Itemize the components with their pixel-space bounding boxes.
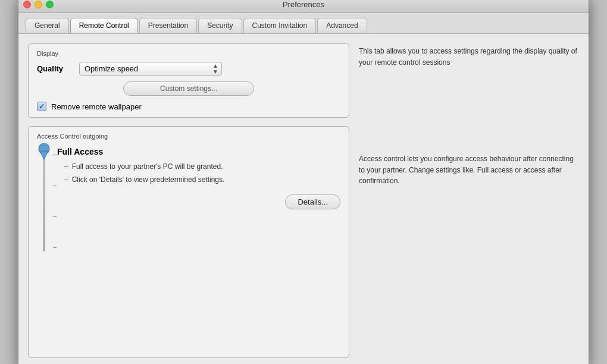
window-title: Preferences: [283, 0, 324, 9]
quality-select-wrapper[interactable]: Optimize speed Optimize quality Custom ▲…: [79, 62, 222, 76]
tabs-bar: General Remote Control Presentation Secu…: [18, 13, 589, 34]
tab-custom-invitation[interactable]: Custom Invitation: [243, 18, 317, 33]
access-description: Full access to your partner's PC will be…: [57, 161, 340, 185]
access-description-text: Access control lets you configure access…: [359, 153, 579, 187]
left-panel: Display Quality Optimize speed Optimize …: [28, 43, 349, 358]
details-button-row: Details...: [57, 194, 340, 209]
slider-thumb-icon: [37, 143, 51, 159]
remove-wallpaper-label: Remove remote wallpaper: [51, 102, 142, 111]
quality-select[interactable]: Optimize speed Optimize quality Custom: [79, 62, 222, 76]
tab-remote-control[interactable]: Remote Control: [70, 18, 138, 33]
display-section-label: Display: [37, 50, 340, 57]
slider-track: [43, 145, 45, 252]
checkmark-icon: ✓: [39, 103, 45, 110]
svg-marker-1: [40, 151, 48, 159]
access-section-label: Access Control outgoing: [37, 133, 340, 140]
maximize-button[interactable]: [46, 1, 54, 8]
quality-label: Quality: [37, 64, 70, 73]
access-control-section: Access Control outgoing: [28, 126, 349, 358]
minimize-button[interactable]: [35, 1, 42, 8]
tab-general[interactable]: General: [26, 18, 69, 33]
slider-tick-2: –: [53, 181, 57, 189]
display-description-text: This tab allows you to access settings r…: [359, 46, 579, 68]
slider-list-area: – – – – Full Access Full access to your …: [37, 145, 340, 352]
slider-tick-4: –: [53, 243, 57, 250]
remove-wallpaper-checkbox[interactable]: ✓: [37, 102, 46, 111]
display-right-text: This tab allows you to access settings r…: [359, 46, 579, 68]
right-panel: This tab allows you to access settings r…: [359, 43, 579, 358]
title-bar: Preferences: [18, 0, 589, 13]
access-right-text: Access control lets you configure access…: [359, 153, 579, 187]
close-button[interactable]: [23, 1, 31, 8]
access-desc-item-1: Full access to your partner's PC will be…: [64, 161, 340, 172]
content-area: Display Quality Optimize speed Optimize …: [18, 34, 589, 364]
remove-wallpaper-row: ✓ Remove remote wallpaper: [37, 102, 340, 111]
access-slider[interactable]: – – – –: [37, 145, 51, 352]
access-content: Full Access Full access to your partner'…: [57, 145, 340, 352]
tab-presentation[interactable]: Presentation: [139, 18, 197, 33]
preferences-window: Preferences General Remote Control Prese…: [18, 0, 589, 364]
access-title: Full Access: [57, 147, 340, 156]
display-section: Display Quality Optimize speed Optimize …: [28, 43, 349, 118]
traffic-lights: [23, 1, 54, 8]
access-desc-item-2: Click on 'Details' to view predetermined…: [64, 174, 340, 185]
tab-advanced[interactable]: Advanced: [317, 18, 367, 33]
details-button[interactable]: Details...: [285, 194, 340, 209]
tab-security[interactable]: Security: [198, 18, 242, 33]
slider-tick-1: –: [53, 150, 57, 158]
custom-settings-button[interactable]: Custom settings...: [123, 81, 254, 96]
slider-tick-3: –: [53, 212, 57, 219]
quality-row: Quality Optimize speed Optimize quality …: [37, 62, 340, 76]
